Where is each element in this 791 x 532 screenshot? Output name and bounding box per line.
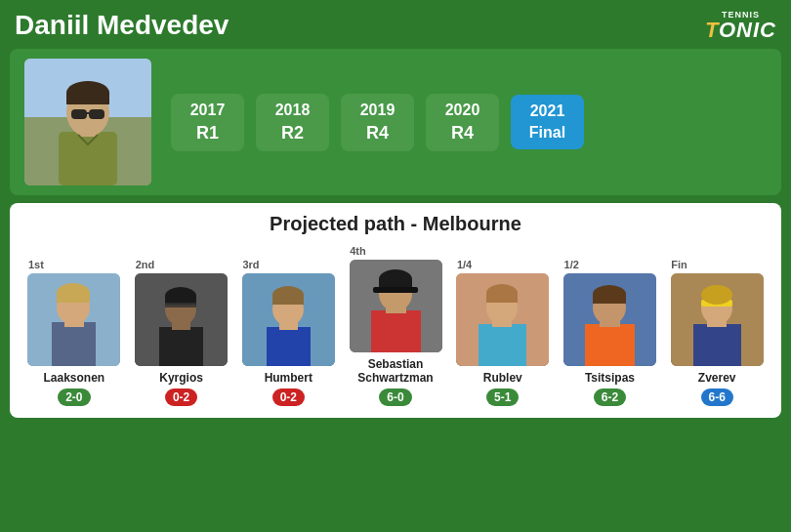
- svg-rect-7: [66, 93, 109, 104]
- svg-rect-36: [373, 287, 418, 293]
- year-card: 2020 R4: [426, 94, 499, 151]
- svg-rect-3: [59, 132, 117, 185]
- score-badge: 0-2: [165, 389, 197, 406]
- years-container: 2017 R1 2018 R2 2019 R4 2020 R4 2021 Fin…: [171, 94, 584, 151]
- svg-rect-42: [486, 293, 518, 303]
- opponent-card: 1st Laaksonen 2-0: [24, 259, 124, 405]
- header: Daniil Medvedev TENNIS TONIC: [0, 0, 791, 49]
- score-badge: 6-2: [594, 389, 626, 406]
- score-badge: 6-6: [701, 389, 733, 406]
- top-section: 2017 R1 2018 R2 2019 R4 2020 R4 2021 Fin…: [10, 49, 781, 195]
- year-round: R4: [443, 123, 481, 143]
- svg-rect-10: [86, 112, 90, 114]
- bottom-section: Projected path - Melbourne 1st Laaksonen…: [10, 203, 781, 418]
- logo: TENNIS TONIC: [705, 10, 776, 41]
- opponent-card: Fin Zverev 6-6: [667, 259, 767, 405]
- opponent-photo: [350, 260, 442, 352]
- opponent-card: 3rd Humbert 0-2: [238, 259, 338, 405]
- opponent-photo: [27, 273, 120, 366]
- opponent-name: Kyrgios: [159, 371, 203, 385]
- year-round: R4: [358, 123, 396, 143]
- year-round: R2: [273, 123, 312, 143]
- svg-rect-29: [272, 295, 304, 305]
- score-badge: 2-0: [58, 389, 90, 406]
- year-round: Final: [528, 124, 566, 142]
- svg-rect-12: [52, 322, 96, 366]
- opponent-card: 1/2 Tsitsipas 6-2: [561, 259, 660, 405]
- svg-rect-44: [585, 324, 635, 366]
- svg-rect-8: [71, 109, 87, 119]
- opponent-name: Sebastian Schwartzman: [346, 357, 445, 386]
- year-label: 2018: [273, 102, 312, 119]
- round-badge: 2nd: [132, 259, 155, 270]
- svg-rect-25: [267, 327, 311, 366]
- svg-rect-50: [693, 324, 741, 366]
- year-card: 2019 R4: [341, 94, 414, 151]
- round-badge: 1/4: [453, 259, 472, 270]
- round-badge: 1/2: [561, 259, 579, 270]
- score-badge: 5-1: [486, 389, 519, 406]
- opponent-name: Tsitsipas: [585, 371, 635, 385]
- opponent-name: Rublev: [483, 371, 522, 385]
- svg-rect-38: [479, 324, 526, 366]
- year-card: 2018 R2: [256, 94, 329, 151]
- player-photo: [24, 59, 151, 185]
- year-label: 2020: [443, 102, 481, 119]
- opponent-name: Humbert: [265, 371, 312, 385]
- svg-point-54: [701, 285, 732, 305]
- year-label: 2017: [188, 102, 227, 119]
- svg-rect-9: [89, 109, 104, 119]
- year-label: 2019: [358, 102, 396, 119]
- svg-rect-18: [159, 327, 203, 366]
- round-badge: 1st: [24, 259, 44, 270]
- round-badge: 4th: [346, 245, 366, 257]
- opponent-card: 4th Sebastian Schwartzman 6-0: [346, 245, 445, 406]
- opponent-card: 2nd Kyrgios 0-2: [132, 259, 231, 405]
- opponent-photo: [671, 273, 764, 366]
- svg-rect-31: [371, 310, 421, 352]
- round-badge: Fin: [667, 259, 687, 270]
- round-badge: 3rd: [238, 259, 259, 270]
- svg-rect-48: [593, 294, 626, 304]
- player-name: Daniil Medvedev: [15, 10, 229, 41]
- svg-rect-16: [57, 293, 90, 303]
- projected-title: Projected path - Melbourne: [24, 213, 767, 235]
- players-row: 1st Laaksonen 2-0 2nd Kyrgios: [24, 245, 767, 406]
- opponent-name: Laaksonen: [44, 371, 105, 385]
- score-badge: 0-2: [272, 389, 305, 406]
- year-card: 2017 R1: [171, 94, 244, 151]
- opponent-photo: [456, 273, 549, 366]
- year-card: 2021 Final: [511, 95, 584, 149]
- score-badge: 6-0: [379, 389, 411, 406]
- opponent-photo: [242, 273, 335, 366]
- opponent-card: 1/4 Rublev 5-1: [453, 259, 553, 405]
- opponent-photo: [563, 273, 656, 366]
- opponent-photo: [135, 273, 228, 366]
- logo-bottom: TONIC: [705, 20, 776, 41]
- year-round: R1: [188, 123, 227, 143]
- svg-rect-23: [165, 303, 196, 307]
- opponent-name: Zverev: [698, 371, 736, 385]
- year-label: 2021: [528, 102, 566, 120]
